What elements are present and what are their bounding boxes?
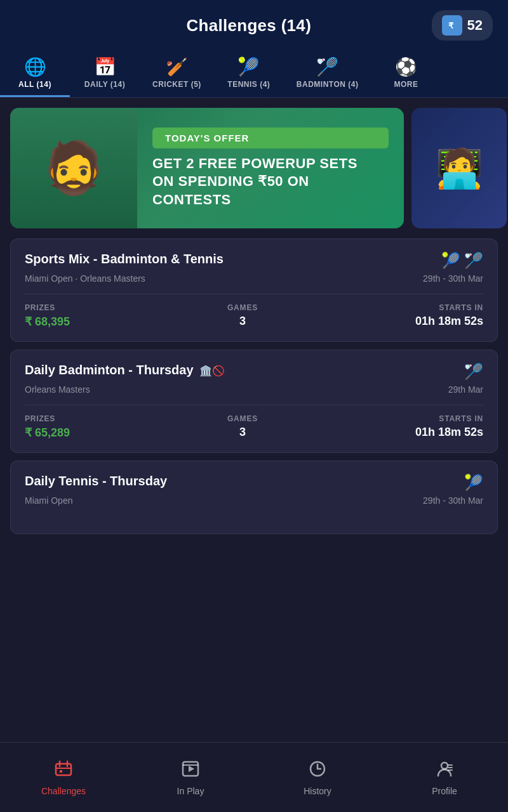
contest-date-3: 29th - 30th Mar [423,495,483,506]
starts-value-2: 01h 18m 52s [415,426,483,439]
banner-container: 🧔 TODAY'S OFFER GET 2 FREE POWERUP SETSO… [0,98,508,233]
games-label-2: GAMES [227,414,258,423]
cat-icon-more: ⚽ [395,58,417,76]
contest-subtitle-2: Orleans Masters 29th Mar [25,384,483,395]
cat-icon-daily: 📅 [94,58,116,76]
games-stat-1: GAMES 3 [227,303,258,329]
contests-list: Sports Mix - Badminton & Tennis 🎾 🏸 Miam… [0,233,508,598]
tennis-icon: 🎾 [441,252,460,270]
cat-icon-cricket: 🏏 [166,58,188,76]
challenges-icon [53,759,74,782]
contest-source-2: Orleans Masters [25,384,90,395]
nav-challenges[interactable]: Challenges [0,743,127,812]
category-tab-more[interactable]: ⚽ MORE [371,51,441,97]
page-title: Challenges (14) [186,16,311,36]
category-tab-tennis[interactable]: 🎾 TENNIS (4) [214,51,284,97]
starts-stat-2: STARTS IN 01h 18m 52s [415,414,483,440]
header: Challenges (14) ₹ 52 [0,0,508,51]
rupee-icon: ₹ [442,15,462,36]
prizes-stat-2: PRIZES ₹ 65,289 [25,414,70,440]
category-tab-daily[interactable]: 📅 DAILY (14) [70,51,140,97]
starts-label-2: STARTS IN [415,414,483,423]
games-value-2: 3 [227,426,258,439]
contest-source-1: Miami Open · Orleans Masters [25,273,145,284]
cat-label-badminton: BADMINTON (4) [297,80,359,89]
nav-inplay[interactable]: In Play [127,743,254,812]
contest-card-2[interactable]: Daily Badminton - Thursday 🏛️🚫 🏸 Orleans… [10,350,498,453]
category-tab-badminton[interactable]: 🏸 BADMINTON (4) [284,51,371,97]
prizes-label-1: PRIZES [25,303,70,312]
starts-label-1: STARTS IN [415,303,483,312]
contest-card-1[interactable]: Sports Mix - Badminton & Tennis 🎾 🏸 Miam… [10,239,498,342]
tennis-icon-3: 🎾 [464,474,483,492]
svg-rect-1 [56,764,71,775]
prizes-stat-1: PRIZES ₹ 68,395 [25,303,70,329]
banner-character-image: 🧔 [10,108,137,228]
contest-sport-icons-2: 🏸 [464,363,483,381]
nav-profile-label: Profile [432,786,457,796]
bottom-navigation: Challenges In Play History [0,742,508,812]
svg-marker-7 [189,766,194,772]
contest-sport-icons-3: 🎾 [464,474,483,492]
nav-history[interactable]: History [254,743,381,812]
offer-badge: TODAY'S OFFER [152,128,389,148]
contest-sport-icons-1: 🎾 🏸 [441,252,483,270]
banner-content: TODAY'S OFFER GET 2 FREE POWERUP SETSON … [137,115,404,222]
starts-stat-1: STARTS IN 01h 18m 52s [415,303,483,329]
secondary-banner[interactable]: 🧑‍💻 [411,108,507,228]
games-label-1: GAMES [227,303,258,312]
nav-profile[interactable]: Profile [381,743,508,812]
contest-date-2: 29th Mar [448,384,483,395]
prizes-value-1: ₹ 68,395 [25,315,70,329]
cat-label-cricket: CRICKET (5) [152,80,201,89]
category-tab-cricket[interactable]: 🏏 CRICKET (5) [140,51,214,97]
cat-label-tennis: TENNIS (4) [227,80,270,89]
contest-subtitle-1: Miami Open · Orleans Masters 29th - 30th… [25,273,483,284]
cat-label-more: MORE [394,80,418,89]
svg-rect-5 [60,770,62,773]
contest-divider-2 [25,405,483,405]
contest-card-3[interactable]: Daily Tennis - Thursday 🎾 Miami Open 29t… [10,461,498,534]
contest-stats-2: PRIZES ₹ 65,289 GAMES 3 STARTS IN 01h 18… [25,414,483,440]
contest-title-2: Daily Badminton - Thursday 🏛️🚫 [25,363,464,377]
coins-value: 52 [467,17,483,34]
badminton-icon: 🏸 [464,252,483,270]
nav-challenges-label: Challenges [41,786,86,796]
prizes-label-2: PRIZES [25,414,70,423]
svg-text:₹: ₹ [448,21,454,30]
cat-icon-badminton: 🏸 [316,58,338,76]
starts-value-1: 01h 18m 52s [415,315,483,328]
coins-display[interactable]: ₹ 52 [432,10,493,41]
badminton-icon-2: 🏸 [464,363,483,381]
cat-icon-tennis: 🎾 [237,58,260,76]
cat-icon-all: 🌐 [24,58,46,76]
contest-header-2: Daily Badminton - Thursday 🏛️🚫 🏸 [25,363,483,381]
category-tabs: 🌐 ALL (14) 📅 DAILY (14) 🏏 CRICKET (5) 🎾 … [0,51,508,98]
nav-inplay-label: In Play [177,786,204,796]
contest-divider-1 [25,294,483,294]
promo-banner[interactable]: 🧔 TODAY'S OFFER GET 2 FREE POWERUP SETSO… [10,108,404,228]
cat-label-daily: DAILY (14) [84,80,125,89]
prizes-value-2: ₹ 65,289 [25,426,70,440]
profile-icon [434,759,455,782]
inplay-icon [180,759,201,782]
cat-label-all: ALL (14) [18,80,51,89]
contest-stats-1: PRIZES ₹ 68,395 GAMES 3 STARTS IN 01h 18… [25,303,483,329]
svg-point-10 [441,763,448,769]
category-tab-all[interactable]: 🌐 ALL (14) [0,51,70,97]
banner-text: GET 2 FREE POWERUP SETSON SPENDING ₹50 O… [152,155,389,209]
contest-header-1: Sports Mix - Badminton & Tennis 🎾 🏸 [25,252,483,270]
games-value-1: 3 [227,315,258,328]
contest-title-3: Daily Tennis - Thursday [25,474,464,488]
history-icon [307,759,328,782]
games-stat-2: GAMES 3 [227,414,258,440]
nav-history-label: History [304,786,331,796]
daily-building-icon: 🏛️🚫 [199,365,225,376]
contest-subtitle-3: Miami Open 29th - 30th Mar [25,495,483,506]
contest-title-1: Sports Mix - Badminton & Tennis [25,252,441,266]
contest-date-1: 29th - 30th Mar [423,273,483,284]
contest-header-3: Daily Tennis - Thursday 🎾 [25,474,483,492]
contest-source-3: Miami Open [25,495,72,506]
